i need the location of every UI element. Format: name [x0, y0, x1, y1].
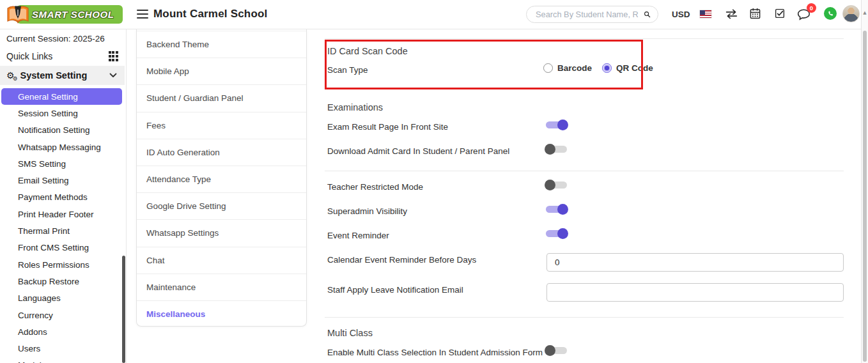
exam-result-label: Exam Result Page In Front Site — [327, 122, 448, 132]
tab-student-guardian-panel[interactable]: Student / Guardian Panel — [137, 85, 306, 112]
sidebar-item-label: Users — [18, 344, 40, 353]
sidebar-scrollbar-thumb[interactable] — [122, 256, 125, 363]
whatsapp-icon[interactable] — [824, 7, 837, 20]
scroll-up-arrow[interactable]: ▲ — [862, 10, 867, 15]
event-reminder-label: Event Reminder — [327, 231, 389, 240]
section-label: System Setting — [20, 70, 109, 81]
calendar-reminder-label: Calendar Event Reminder Before Days — [327, 255, 476, 265]
sidebar-item-session-setting[interactable]: Session Setting — [0, 105, 126, 121]
superadmin-visibility-toggle[interactable] — [545, 204, 568, 215]
sidebar-item-modules[interactable]: Modules — [0, 357, 126, 363]
superadmin-visibility-label: Superadmin Visibility — [327, 206, 407, 216]
sidebar-menu: General Setting Session Setting Notifica… — [0, 88, 126, 363]
tab-id-auto-generation[interactable]: ID Auto Generation — [137, 139, 306, 166]
brand-name: SMART SCHOOL — [32, 9, 114, 20]
teacher-restricted-toggle[interactable] — [545, 180, 568, 190]
brand-pill: SMART SCHOOL — [17, 5, 123, 24]
sidebar-item-roles-permissions[interactable]: Roles Permissions — [0, 256, 126, 273]
tab-fees[interactable]: Fees — [137, 112, 306, 139]
divider — [325, 38, 844, 39]
grid-icon[interactable] — [109, 51, 118, 61]
tab-label: Maintenance — [146, 282, 196, 292]
sidebar-item-label: SMS Setting — [18, 159, 66, 169]
teacher-restricted-label: Teacher Restricted Mode — [327, 182, 423, 192]
tab-whatsapp-settings[interactable]: Whatsapp Settings — [137, 220, 306, 247]
admit-card-label: Download Admit Card In Student / Parent … — [327, 146, 509, 156]
search-input[interactable] — [527, 10, 644, 19]
sidebar-item-label: Front CMS Setting — [18, 243, 89, 252]
sidebar-item-sms-setting[interactable]: SMS Setting — [0, 155, 126, 172]
sidebar-item-print-header-footer[interactable]: Print Header Footer — [0, 206, 126, 222]
calendar-icon[interactable] — [749, 7, 761, 20]
tab-label: Fees — [146, 121, 166, 130]
sidebar-item-label: Currency — [18, 311, 53, 320]
admit-card-toggle[interactable] — [545, 144, 568, 155]
multi-class-enable-label: Enable Multi Class Selection In Student … — [327, 348, 543, 357]
sidebar-item-label: Thermal Print — [18, 226, 70, 236]
sidebar-item-label: Roles Permissions — [18, 260, 89, 270]
app-header: SMART SCHOOL Mount Carmel School USD 0 — [0, 0, 868, 29]
scrollbar-thumb[interactable] — [863, 31, 867, 362]
sidebar-item-addons[interactable]: Addons — [0, 323, 126, 340]
book-pen-icon — [6, 4, 29, 26]
sidebar-item-backup-restore[interactable]: Backup Restore — [0, 273, 126, 290]
examinations-section-title: Examinations — [327, 102, 383, 112]
us-flag-icon[interactable] — [700, 10, 711, 18]
sidebar-item-notification-setting[interactable]: Notification Setting — [0, 122, 126, 139]
sidebar-item-general-setting[interactable]: General Setting — [1, 88, 122, 105]
tab-mobile-app[interactable]: Mobile App — [137, 58, 306, 85]
sidebar-item-label: Addons — [18, 327, 47, 337]
exam-result-toggle[interactable] — [545, 120, 568, 130]
sidebar-item-email-setting[interactable]: Email Setting — [0, 172, 126, 189]
tab-label: Mobile App — [146, 66, 189, 76]
event-reminder-toggle[interactable] — [545, 228, 568, 239]
sidebar-item-payment-methods[interactable]: Payment Methods — [0, 189, 126, 206]
tab-backend-theme[interactable]: Backend Theme — [137, 31, 306, 58]
sidebar-item-thermal-print[interactable]: Thermal Print — [0, 222, 126, 239]
currency-selector[interactable]: USD — [672, 10, 690, 19]
window-scrollbar[interactable]: ▲ — [861, 0, 868, 363]
divider — [325, 317, 844, 318]
sidebar-item-front-cms-setting[interactable]: Front CMS Setting — [0, 240, 126, 256]
hamburger-icon[interactable] — [137, 10, 148, 19]
search-icon[interactable] — [644, 10, 651, 19]
tab-label: Google Drive Setting — [146, 201, 226, 211]
multi-class-enable-toggle[interactable] — [545, 345, 568, 356]
sidebar-item-label: General Setting — [18, 92, 78, 102]
sidebar-item-currency[interactable]: Currency — [0, 307, 126, 323]
sidebar-item-label: Session Setting — [18, 109, 78, 118]
staff-leave-email-label: Staff Apply Leave Notification Email — [327, 285, 463, 295]
user-avatar[interactable] — [842, 5, 860, 22]
chat-badge: 0 — [807, 3, 816, 13]
student-search[interactable] — [526, 6, 658, 23]
sidebar-item-label: Whatsapp Messaging — [18, 143, 101, 152]
tab-google-drive-setting[interactable]: Google Drive Setting — [137, 193, 306, 220]
tab-maintenance[interactable]: Maintenance — [137, 274, 306, 301]
sidebar-item-label: Email Setting — [18, 176, 69, 185]
staff-leave-email-input[interactable] — [546, 283, 844, 302]
sidebar-item-whatsapp-messaging[interactable]: Whatsapp Messaging — [0, 139, 126, 155]
tab-label: Chat — [146, 256, 165, 265]
sidebar-item-label: Print Header Footer — [18, 210, 94, 219]
sidebar-item-label: Languages — [18, 293, 61, 303]
task-check-icon[interactable] — [774, 8, 786, 19]
multi-class-section-title: Multi Class — [327, 328, 373, 338]
tab-label: Whatsapp Settings — [146, 228, 219, 238]
annotation-highlight-box — [325, 40, 643, 89]
tab-attendance-type[interactable]: Attendance Type — [137, 166, 306, 193]
sidebar: Current Session: 2025-26 Quick Links ⚙⚙ … — [0, 29, 127, 363]
settings-tab-list: Backend Theme Mobile App Student / Guard… — [136, 29, 307, 327]
sidebar-item-users[interactable]: Users — [0, 340, 126, 357]
sidebar-item-label: Modules — [18, 360, 50, 363]
calendar-reminder-input[interactable] — [546, 253, 844, 272]
gears-icon: ⚙⚙ — [6, 71, 15, 80]
quick-links[interactable]: Quick Links — [6, 50, 118, 62]
sidebar-item-languages[interactable]: Languages — [0, 290, 126, 307]
tab-chat[interactable]: Chat — [137, 247, 306, 274]
tab-miscellaneous[interactable]: Miscellaneous — [137, 301, 306, 327]
sidebar-section-system-setting[interactable]: ⚙⚙ System Setting — [0, 66, 125, 85]
tab-label: Student / Guardian Panel — [146, 93, 244, 103]
sidebar-item-label: Payment Methods — [18, 192, 88, 202]
exchange-icon[interactable] — [725, 8, 738, 20]
chevron-down-icon — [109, 73, 117, 78]
